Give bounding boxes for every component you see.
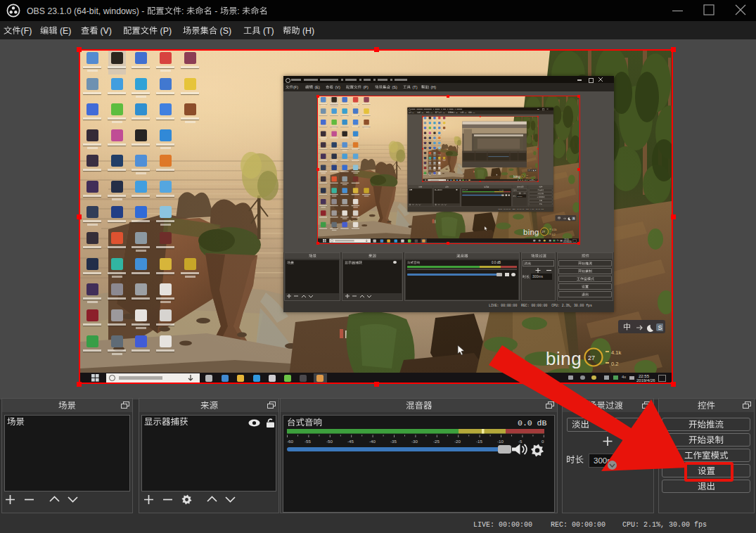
svg-text:-40: -40 (369, 439, 376, 444)
svg-text:-30: -30 (411, 439, 418, 444)
svg-text:-55: -55 (305, 439, 312, 444)
svg-text:-25: -25 (433, 439, 440, 444)
svg-text:-60: -60 (287, 439, 294, 444)
svg-text:-45: -45 (347, 439, 354, 444)
svg-text:-35: -35 (390, 439, 397, 444)
svg-text:-50: -50 (326, 439, 333, 444)
